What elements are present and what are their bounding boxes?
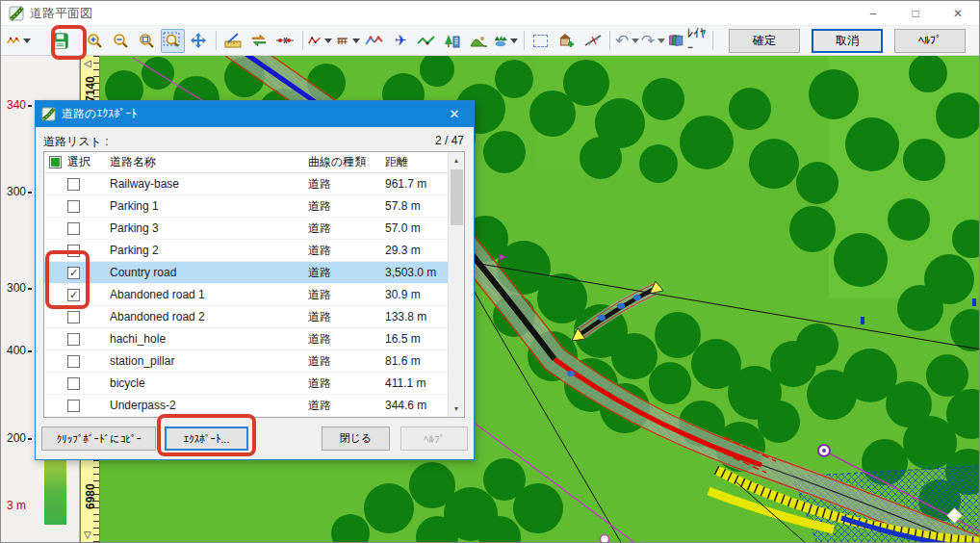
row-checkbox[interactable] bbox=[67, 400, 80, 412]
dialog-title: 道路のｴｸｽﾎﾟｰﾄ bbox=[62, 106, 137, 122]
cancel-button[interactable]: 取消 bbox=[812, 29, 883, 53]
cut-line-button[interactable] bbox=[580, 29, 605, 53]
table-row[interactable]: Parking 2道路29.3 m bbox=[44, 240, 448, 262]
trestle-icon bbox=[336, 33, 349, 48]
zoom-extent-icon bbox=[138, 32, 155, 49]
axis-label: 300 bbox=[3, 185, 32, 198]
dialog-close-bottom-button[interactable]: 閉じる bbox=[322, 427, 390, 451]
trim-button[interactable] bbox=[273, 29, 297, 53]
table-row[interactable]: ✓Abandoned road 1道路30.9 m bbox=[44, 284, 448, 306]
curve-type: 道路 bbox=[304, 220, 381, 237]
plane-icon: ✈ bbox=[395, 34, 407, 48]
dropdown-caret-icon bbox=[23, 39, 31, 43]
branch-node1 bbox=[598, 315, 606, 321]
measure-button[interactable] bbox=[221, 29, 245, 53]
row-checkbox[interactable] bbox=[67, 311, 80, 323]
row-checkbox[interactable] bbox=[67, 377, 80, 390]
blue-tick2 bbox=[972, 298, 976, 306]
curve-tool-button[interactable] bbox=[6, 29, 32, 53]
road-node bbox=[567, 371, 575, 376]
polyline-tool-button[interactable] bbox=[307, 29, 333, 53]
curve-edit-button[interactable] bbox=[363, 29, 387, 53]
green-curve-button[interactable] bbox=[415, 29, 439, 53]
ruler-bottom-marker-icon: ▽ bbox=[84, 530, 91, 540]
terrain-button[interactable] bbox=[467, 29, 491, 53]
branch-node2 bbox=[617, 303, 625, 309]
zoom-window-button[interactable] bbox=[161, 29, 185, 53]
table-row[interactable]: bicycle道路411.1 m bbox=[44, 373, 448, 395]
dialog-icon bbox=[41, 107, 56, 121]
header-curve-type: 曲線の種類 bbox=[304, 154, 381, 170]
select-all-checkbox[interactable] bbox=[49, 156, 62, 168]
curve-type: 道路 bbox=[304, 331, 381, 348]
distance: 29.3 m bbox=[381, 244, 448, 257]
distance: 57.8 m bbox=[381, 199, 448, 213]
annotation-box-export bbox=[157, 414, 256, 456]
row-checkbox[interactable] bbox=[67, 355, 80, 368]
annotation-box-checkboxes bbox=[45, 250, 90, 309]
toolbar-help-button[interactable]: ﾍﾙﾌﾟ bbox=[894, 29, 966, 53]
road-name: Parking 1 bbox=[106, 199, 304, 213]
maximize-button[interactable]: □ bbox=[894, 1, 937, 26]
axis-label: 300 bbox=[3, 281, 32, 295]
row-checkbox[interactable] bbox=[67, 333, 80, 346]
flight-path-button[interactable]: ✈ bbox=[389, 29, 413, 53]
zoom-out-icon bbox=[112, 32, 129, 49]
redo-button[interactable]: ↷ bbox=[641, 29, 665, 53]
tree-building-button[interactable] bbox=[441, 29, 465, 53]
toolbar-separator bbox=[609, 31, 610, 50]
row-checkbox[interactable] bbox=[67, 200, 80, 213]
ruler-top-marker-icon: ◁ bbox=[84, 58, 91, 68]
pan-icon bbox=[190, 32, 207, 49]
road-name: Abandoned road 2 bbox=[106, 310, 304, 323]
add-house-button[interactable] bbox=[554, 29, 579, 53]
scroll-down-icon[interactable]: ▼ bbox=[449, 401, 465, 417]
copy-to-clipboard-button[interactable]: ｸﾘｯﾌﾟﾎﾞｰﾄﾞにｺﾋﾟｰ bbox=[41, 427, 156, 451]
road-name: Country road bbox=[106, 266, 304, 279]
road-name: Parking 3 bbox=[106, 221, 304, 235]
table-row[interactable]: Parking 3道路57.0 m bbox=[44, 218, 448, 240]
app-icon bbox=[9, 6, 24, 21]
swap-button[interactable] bbox=[247, 29, 271, 53]
distance: 30.9 m bbox=[381, 288, 448, 301]
road-name: Abandoned road 1 bbox=[106, 288, 304, 301]
scroll-up-icon[interactable]: ▲ bbox=[449, 152, 465, 168]
table-row[interactable]: Parking 1道路57.8 m bbox=[44, 195, 448, 218]
zoom-extent-button[interactable] bbox=[135, 29, 159, 53]
distance: 16.5 m bbox=[381, 332, 448, 346]
select-region-button[interactable] bbox=[529, 29, 553, 53]
elevation-gradient-bar bbox=[44, 459, 66, 525]
window-title: 道路平面図 bbox=[30, 5, 92, 22]
pan-button[interactable] bbox=[187, 29, 211, 53]
toolbar-separator bbox=[524, 31, 525, 50]
zoom-window-icon bbox=[163, 32, 182, 49]
tree-building-icon bbox=[444, 33, 461, 49]
minimize-button[interactable]: – bbox=[852, 1, 894, 26]
header-name: 道路名称 bbox=[106, 154, 304, 170]
close-button[interactable]: ✕ bbox=[937, 1, 979, 26]
forest-pond-button[interactable] bbox=[493, 29, 519, 53]
axis-label: 200 bbox=[3, 431, 32, 445]
toolbar-separator bbox=[216, 31, 217, 50]
curve-type: 道路 bbox=[304, 375, 381, 392]
confirm-button[interactable]: 確定 bbox=[729, 29, 800, 53]
table-scrollbar[interactable]: ▲ ▼ bbox=[448, 152, 464, 417]
road-table-header: 選択 道路名称 曲線の種類 距離 bbox=[44, 152, 448, 173]
row-checkbox[interactable] bbox=[67, 178, 80, 191]
zoom-out-button[interactable] bbox=[109, 29, 133, 53]
swap-icon bbox=[250, 32, 268, 49]
add-house-icon bbox=[557, 32, 576, 49]
undo-button[interactable]: ↶ bbox=[615, 29, 639, 53]
dialog-close-button[interactable]: ✕ bbox=[435, 101, 474, 127]
table-row[interactable]: Railway-base道路961.7 m bbox=[44, 173, 448, 195]
layers-label: ﾚｲﾔｰ bbox=[687, 26, 707, 55]
undo-icon: ↶ bbox=[615, 33, 629, 49]
layers-button[interactable]: ﾚｲﾔｰ bbox=[667, 29, 708, 53]
cross-section-button[interactable] bbox=[335, 29, 361, 53]
table-row[interactable]: Abandoned road 2道路133.8 m bbox=[44, 306, 448, 328]
table-row[interactable]: station_pillar道路81.6 m bbox=[44, 350, 448, 373]
row-checkbox[interactable] bbox=[67, 222, 80, 235]
table-row[interactable]: hachi_hole道路16.5 m bbox=[44, 328, 448, 350]
table-row[interactable]: ✓Country road道路3,503.0 m bbox=[44, 262, 448, 284]
scrollbar-thumb[interactable] bbox=[451, 169, 463, 225]
